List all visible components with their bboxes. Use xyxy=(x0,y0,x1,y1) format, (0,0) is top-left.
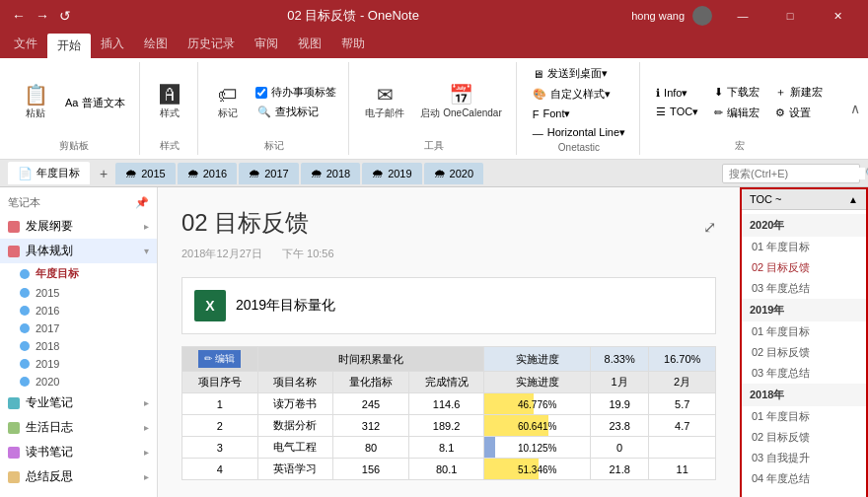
th-pct-1: 8.33% xyxy=(590,347,648,372)
notebook-pin-icon[interactable]: 📌 xyxy=(135,196,149,209)
hline-btn[interactable]: ― Horizontal Line▾ xyxy=(527,124,631,141)
tab-2017[interactable]: 🌧 2017 xyxy=(239,163,298,184)
tab-history[interactable]: 历史记录 xyxy=(178,32,245,58)
notebook-item-zongjie[interactable]: 总结反思 ▸ xyxy=(0,464,157,489)
toc-page-2018-02[interactable]: 02 目标反馈 xyxy=(742,427,866,448)
notebook-item-fazhan[interactable]: 发展纲要 ▸ xyxy=(0,214,157,239)
minimize-btn[interactable]: — xyxy=(720,0,765,32)
notebook-item-zhuanye[interactable]: 专业笔记 ▸ xyxy=(0,390,157,415)
info-btn[interactable]: ℹ Info▾ xyxy=(650,85,704,102)
page-title-row: 02 目标反馈 ⤢ xyxy=(181,207,716,247)
todo-checkbox[interactable] xyxy=(255,87,267,99)
new-macro-btn[interactable]: ＋ 新建宏 xyxy=(769,83,829,102)
tab-insert[interactable]: 插入 xyxy=(91,32,134,58)
edit-button[interactable]: ✏ 编辑 xyxy=(198,350,241,368)
section-2018[interactable]: 2018 xyxy=(0,337,157,355)
toc-page-2019-01[interactable]: 01 年度目标 xyxy=(742,321,866,342)
title-text: 02 目标反馈 - OneNote xyxy=(75,7,631,25)
tab-home[interactable]: 开始 xyxy=(47,34,91,58)
ribbon-collapse-btn[interactable]: ∧ xyxy=(850,62,860,155)
toc-icon: ☰ xyxy=(656,106,666,118)
download-icon: ⬇ xyxy=(714,86,723,99)
tab-2016[interactable]: 🌧 2016 xyxy=(178,163,237,184)
search-box[interactable]: 🔍 xyxy=(722,164,860,183)
tab-file[interactable]: 文件 xyxy=(4,32,47,58)
notebook-item-juti[interactable]: 具体规划 ▾ xyxy=(0,239,157,263)
undo-btn[interactable]: ↺ xyxy=(55,6,75,26)
back-btn[interactable]: ← xyxy=(8,6,30,26)
toc-page-2020-01[interactable]: 01 年度目标 xyxy=(742,237,866,257)
tab-2018[interactable]: 🌧 2018 xyxy=(301,163,360,184)
collapse-icon[interactable]: ∧ xyxy=(850,101,860,116)
onetastic-group: 🖥 发送到桌面▾ 🎨 自定义样式▾ F Font▾ ― Horizontal L… xyxy=(519,62,640,155)
page-time: 下午 10:56 xyxy=(282,247,334,261)
tab-2015[interactable]: 🌧 2015 xyxy=(115,163,175,184)
tab-2020-label: 2020 xyxy=(450,168,473,179)
toc-page-2020-03[interactable]: 03 年度总结 xyxy=(742,278,866,299)
toc-content: 2020年 01 年度目标 02 目标反馈 03 年度总结 2019年 01 年… xyxy=(742,210,866,493)
toc-page-2019-03[interactable]: 03 年度总结 xyxy=(742,363,866,384)
notebook-header: 笔记本 📌 xyxy=(0,191,157,214)
section-2019[interactable]: 2019 xyxy=(0,355,157,373)
tab-review[interactable]: 审阅 xyxy=(245,32,288,58)
page-meta: 2018年12月27日 下午 10:56 xyxy=(181,247,716,261)
send-desktop-btn[interactable]: 🖥 发送到桌面▾ xyxy=(527,64,631,83)
zhuanye-arrow: ▸ xyxy=(144,397,149,408)
zhuanye-label: 专业笔记 xyxy=(26,394,144,411)
section-2016[interactable]: 2016 xyxy=(0,302,157,320)
notebook-title: 笔记本 xyxy=(8,195,40,210)
paste-btn[interactable]: 📋 粘贴 xyxy=(16,81,55,124)
settings-btn[interactable]: ⚙ 设置 xyxy=(769,104,829,122)
forward-btn[interactable]: → xyxy=(32,6,53,26)
section-annual[interactable]: 年度目标 xyxy=(0,263,157,284)
toc-page-2018-01[interactable]: 01 年度目标 xyxy=(742,406,866,427)
tab-2019[interactable]: 🌧 2019 xyxy=(362,163,421,184)
onenote-calendar-btn[interactable]: 📅 启动 OneCalendar xyxy=(414,81,507,124)
tab-2015-icon: 🌧 xyxy=(125,167,137,180)
cell-progress: 51.346% xyxy=(484,459,591,480)
embedded-label[interactable]: 2019年目标量化 xyxy=(236,297,335,315)
toc-page-2018-04[interactable]: 04 年度总结 xyxy=(742,468,866,489)
tab-view[interactable]: 视图 xyxy=(288,32,331,58)
maximize-page-icon[interactable]: ⤢ xyxy=(703,218,716,237)
toc-page-2018-03[interactable]: 03 自我提升 xyxy=(742,448,866,468)
edit-macro-btn[interactable]: ✏ 编辑宏 xyxy=(708,104,765,122)
search-input[interactable] xyxy=(729,168,865,179)
toc-btn[interactable]: ☰ TOC▾ xyxy=(650,104,704,120)
maximize-btn[interactable]: □ xyxy=(767,0,813,32)
tab-2015-label: 2015 xyxy=(141,168,165,179)
section-2020[interactable]: 2020 xyxy=(0,373,157,390)
notebook-item-shenghuo[interactable]: 生活日志 ▸ xyxy=(0,415,157,440)
tab-help[interactable]: 帮助 xyxy=(331,32,375,58)
s2016-label: 2016 xyxy=(36,305,59,317)
todo-tag-btn[interactable]: 待办事项标签 xyxy=(252,84,340,101)
ribbon-tabs: 文件 开始 插入 绘图 历史记录 审阅 视图 帮助 xyxy=(0,32,868,58)
close-btn[interactable]: ✕ xyxy=(815,0,860,32)
toc-page-2019-02[interactable]: 02 目标反馈 xyxy=(742,342,866,363)
section-2017[interactable]: 2017 xyxy=(0,320,157,337)
tab-2020[interactable]: 🌧 2020 xyxy=(424,163,483,184)
notebook-item-dushu[interactable]: 读书笔记 ▸ xyxy=(0,440,157,464)
excel-icon: X xyxy=(194,290,226,321)
font-btn[interactable]: F Font▾ xyxy=(527,106,631,122)
th-edit[interactable]: ✏ 编辑 xyxy=(182,347,258,372)
download-macro-btn[interactable]: ⬇ 下载宏 xyxy=(708,83,765,102)
tab-draw[interactable]: 绘图 xyxy=(134,32,178,58)
find-tag-btn[interactable]: 🔍 查找标记 xyxy=(252,103,340,121)
cell-name: 数据分析 xyxy=(257,415,333,437)
add-tab-btn[interactable]: + xyxy=(92,162,115,185)
tab-annual-goal[interactable]: 📄 年度目标 xyxy=(8,162,90,184)
styles-btn[interactable]: 🅰 样式 xyxy=(150,81,189,124)
custom-style-btn[interactable]: 🎨 自定义样式▾ xyxy=(527,85,631,104)
title-bar-left: ← → ↺ xyxy=(8,6,75,26)
email-btn[interactable]: ✉ 电子邮件 xyxy=(359,81,410,124)
tag-btn[interactable]: 🏷 标记 xyxy=(208,81,248,124)
clipboard-col: Aa 普通文本 xyxy=(59,94,131,112)
email-group: ✉ 电子邮件 📅 启动 OneCalendar 工具 xyxy=(351,62,516,155)
toc-scroll-up-btn[interactable]: ▲ xyxy=(848,194,858,205)
page-date: 2018年12月27日 xyxy=(181,247,262,261)
window-controls: — □ ✕ xyxy=(720,0,860,32)
section-2015[interactable]: 2015 xyxy=(0,284,157,302)
plain-text-btn[interactable]: Aa 普通文本 xyxy=(59,94,131,112)
toc-page-2020-02[interactable]: 02 目标反馈 xyxy=(742,257,866,278)
